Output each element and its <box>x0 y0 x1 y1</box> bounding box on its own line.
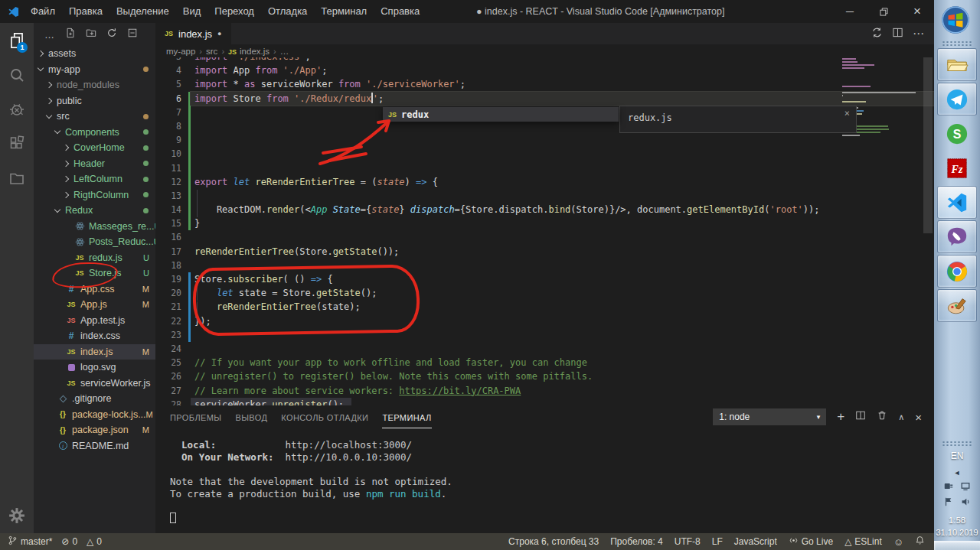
status-bell[interactable] <box>915 535 925 548</box>
panel-tab-терминал[interactable]: ТЕРМИНАЛ <box>382 405 431 428</box>
taskbar-app-vscode[interactable] <box>937 186 977 219</box>
tree-item-my-app[interactable]: my-app <box>34 62 155 78</box>
code-line-13[interactable]: 13 <box>155 189 934 203</box>
code-line-16[interactable]: 16 <box>155 230 934 244</box>
kill-terminal-icon[interactable] <box>877 410 887 424</box>
code-line-20[interactable]: 20 let state = Store.getState(); <box>155 286 934 300</box>
volume-icon[interactable] <box>960 496 971 510</box>
show-hidden-icons-arrow[interactable]: ◄ <box>934 467 980 479</box>
tree-item-redux[interactable]: Redux <box>34 203 155 219</box>
breadcrumb-item-[interactable]: … <box>280 47 289 56</box>
tree-item-rigthcolumn[interactable]: RigthColumn <box>34 187 155 203</box>
tree-item-logo-svg[interactable]: logo.svg <box>34 360 155 376</box>
activity-item-folder[interactable] <box>0 161 34 195</box>
status-строка-6-столбец-33[interactable]: Строка 6, столбец 33 <box>508 536 599 547</box>
tree-item-node-modules[interactable]: node_modules <box>34 77 155 93</box>
start-button[interactable] <box>934 0 977 40</box>
code-line-10[interactable]: 10 <box>155 147 934 161</box>
maximize-panel-icon[interactable]: ∧ <box>898 412 904 422</box>
tree-item-masseges-re[interactable]: Masseges_re...U <box>34 219 155 235</box>
close-icon[interactable]: × <box>844 108 850 119</box>
code-line-3[interactable]: 3import './index.css'; <box>155 57 934 63</box>
activity-item-extensions[interactable] <box>0 126 34 161</box>
more-actions-button[interactable]: … <box>44 29 55 41</box>
tree-item-readme-md[interactable]: iREADME.md <box>34 438 155 454</box>
tree-item-leftcolumn[interactable]: LeftColumn <box>34 171 155 187</box>
split-editor-icon[interactable] <box>892 27 903 41</box>
tree-item-index-css[interactable]: #index.css <box>34 328 155 344</box>
new-file-icon[interactable] <box>65 28 76 41</box>
show-desktop-button[interactable] <box>934 541 980 550</box>
clock-date[interactable]: 31.10.2019 <box>934 526 980 539</box>
terminal-picker[interactable]: 1: node ▾ <box>713 408 826 425</box>
taskbar-app-viber[interactable] <box>937 220 977 253</box>
menu-отладка[interactable]: Отладка <box>261 0 314 23</box>
code-line-19[interactable]: 19Store.subscriber( () => { <box>155 272 934 286</box>
tree-item-public[interactable]: public <box>34 93 155 109</box>
status-utf-8[interactable]: UTF-8 <box>675 536 701 547</box>
status-master[interactable]: master* <box>8 535 52 548</box>
taskbar-app-filezilla[interactable]: Fz <box>937 151 977 184</box>
tab-indexjs[interactable]: JS index.js ● <box>155 23 231 44</box>
status-0[interactable]: △0 <box>87 536 102 547</box>
activity-item-debug[interactable] <box>0 92 34 126</box>
menu-правка[interactable]: Правка <box>62 0 109 23</box>
tree-item-app-test-js[interactable]: JSApp.test.js <box>34 313 155 329</box>
minimize-button[interactable]: ─ <box>833 0 867 23</box>
tree-item-header[interactable]: Header <box>34 156 155 172</box>
clock-time[interactable]: 1:58 <box>934 514 980 526</box>
modified-dot-icon[interactable]: ● <box>217 30 221 37</box>
tree-item-package-json[interactable]: {}package.jsonM <box>34 422 155 438</box>
code-line-21[interactable]: 21 reRenderEntierTree(state); <box>155 300 934 314</box>
breadcrumb-item-index-js[interactable]: JSindex.js <box>228 47 270 56</box>
terminal-output[interactable]: Local: http://localhost:3000/ On Your Ne… <box>155 428 934 525</box>
code-line-28[interactable]: 28serviceWorker.unregister(); <box>155 398 934 405</box>
tree-item-components[interactable]: Components <box>34 125 155 141</box>
close-button[interactable]: × <box>900 0 934 23</box>
menu-терминал[interactable]: Терминал <box>314 0 374 23</box>
code-line-6[interactable]: 6import Store from './Redux/redux'; <box>155 92 934 106</box>
taskbar-app-telegram[interactable] <box>937 83 977 116</box>
menu-переход[interactable]: Переход <box>207 0 261 23</box>
collapse-all-icon[interactable] <box>127 28 138 41</box>
panel-tab-проблемы[interactable]: ПРОБЛЕМЫ <box>170 405 221 428</box>
tree-item-app-js[interactable]: JSApp.jsM <box>34 297 155 313</box>
tree-item-assets[interactable]: assets <box>34 46 155 62</box>
code-line-12[interactable]: 12export let reRenderEntierTree = (state… <box>155 175 934 189</box>
tree-item-src[interactable]: src <box>34 109 155 125</box>
code-line-24[interactable]: 24 <box>155 342 934 356</box>
split-terminal-icon[interactable] <box>855 410 866 424</box>
status-lf[interactable]: LF <box>712 536 723 547</box>
tree-item-package-lock-js[interactable]: {}package-lock.js...M <box>34 407 155 423</box>
panel-tab-вывод[interactable]: ВЫВОД <box>235 405 267 428</box>
network-icon[interactable] <box>960 481 971 495</box>
taskbar-app-explorer[interactable] <box>937 48 977 81</box>
settings-gear-icon[interactable] <box>0 507 34 524</box>
tree-item-redux-js[interactable]: JSredux.jsU <box>34 250 155 266</box>
code-line-22[interactable]: 22}); <box>155 314 934 328</box>
new-terminal-icon[interactable]: + <box>837 409 844 425</box>
code-line-11[interactable]: 11 <box>155 161 934 175</box>
status-go-live[interactable]: Go Live <box>789 535 833 548</box>
breadcrumb-item-my-app[interactable]: my-app <box>166 47 195 56</box>
tree-item-coverhome[interactable]: CoverHome <box>34 140 155 156</box>
code-line-26[interactable]: 26// unregister() to register() below. N… <box>155 369 934 383</box>
menu-вид[interactable]: Вид <box>176 0 208 23</box>
taskbar-app-paint[interactable] <box>937 289 977 322</box>
breadcrumb-item-src[interactable]: src <box>206 47 217 56</box>
status-пробелов-4[interactable]: Пробелов: 4 <box>610 536 663 547</box>
code-line-4[interactable]: 4import App from './App'; <box>155 63 934 77</box>
more-actions-icon[interactable]: ⋯ <box>913 27 925 41</box>
code-line-18[interactable]: 18 <box>155 259 934 272</box>
code-line-17[interactable]: 17reRenderEntierTree(Store.getState()); <box>155 245 934 259</box>
code-line-23[interactable]: 23 <box>155 328 934 342</box>
code-line-9[interactable]: 9 <box>155 133 934 147</box>
code-line-15[interactable]: 15} <box>155 216 934 230</box>
tree-item-store-js[interactable]: JSStore.jsU <box>34 265 155 282</box>
menu-справка[interactable]: Справка <box>374 0 426 23</box>
code-line-25[interactable]: 25// If you want your app to work offlin… <box>155 356 934 369</box>
tree-item-gitignore[interactable]: .gitignore <box>34 391 155 407</box>
restore-button[interactable] <box>867 0 900 23</box>
tree-item-app-css[interactable]: #App.cssM <box>34 282 155 298</box>
code-line-5[interactable]: 5import * as serviceWorker from './servi… <box>155 77 934 91</box>
